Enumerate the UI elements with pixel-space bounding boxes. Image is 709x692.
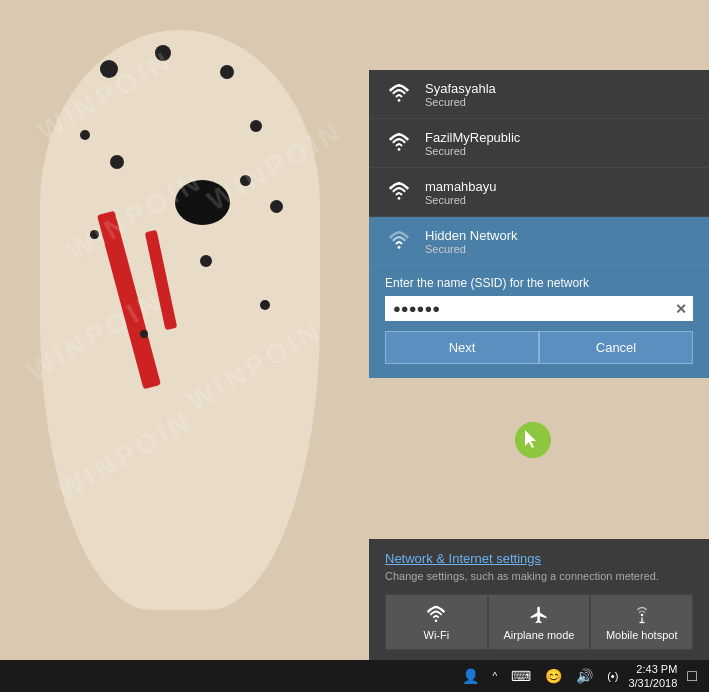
network-info-3: mamahbayu Secured (425, 179, 497, 206)
dot (110, 155, 124, 169)
clock[interactable]: 2:43 PM 3/31/2018 (628, 662, 677, 691)
dot (260, 300, 270, 310)
network-item-mamahbayu[interactable]: mamahbayu Secured (369, 168, 709, 217)
wifi-quick-button[interactable]: Wi-Fi (385, 594, 488, 650)
mask-body (40, 30, 320, 610)
emoji-icon[interactable]: 😊 (541, 666, 566, 686)
taskbar-right: 👤 ^ ⌨ 😊 🔊 (•) 2:43 PM 3/31/2018 □ (458, 662, 702, 691)
wifi-icon-2 (385, 129, 413, 157)
tray-expand-icon[interactable]: ^ (489, 669, 502, 684)
network-name-4: Hidden Network (425, 228, 518, 243)
clear-icon[interactable]: ✕ (675, 301, 687, 317)
quick-icons: Wi-Fi Airplane mode Mobile hotspot (385, 594, 693, 650)
network-settings-link[interactable]: Network & Internet settings (385, 551, 693, 566)
network-item-syafasyahla[interactable]: Syafasyahla Secured (369, 70, 709, 119)
svg-point-1 (398, 148, 401, 151)
ssid-buttons: Next Cancel (385, 331, 693, 364)
dot (90, 230, 99, 239)
hotspot-quick-button[interactable]: Mobile hotspot (590, 594, 693, 650)
svg-point-0 (398, 99, 401, 102)
next-button[interactable]: Next (385, 331, 539, 364)
wifi-quick-icon (426, 605, 446, 625)
keyboard-icon[interactable]: ⌨ (507, 666, 535, 686)
dot (270, 200, 283, 213)
svg-point-4 (435, 620, 438, 623)
svg-point-2 (398, 197, 401, 200)
hotspot-icon (632, 605, 652, 625)
dot (220, 65, 234, 79)
dot (140, 330, 148, 338)
people-icon[interactable]: 👤 (458, 666, 483, 686)
dot (155, 45, 171, 61)
network-status-4: Secured (425, 243, 518, 255)
network-info-4: Hidden Network Secured (425, 228, 518, 255)
airplane-icon (529, 605, 549, 625)
network-status-3: Secured (425, 194, 497, 206)
wifi-icon-1 (385, 80, 413, 108)
ssid-input-container: ✕ (385, 296, 693, 321)
cancel-button[interactable]: Cancel (539, 331, 693, 364)
network-name-3: mamahbayu (425, 179, 497, 194)
airplane-quick-button[interactable]: Airplane mode (488, 594, 591, 650)
network-item-fazil[interactable]: FazilMyRepublic Secured (369, 119, 709, 168)
network-taskbar-icon[interactable]: (•) (603, 668, 622, 684)
network-info-1: Syafasyahla Secured (425, 81, 496, 108)
time-display: 2:43 PM (636, 662, 677, 676)
network-item-hidden[interactable]: Hidden Network Secured (369, 217, 709, 266)
network-status-1: Secured (425, 96, 496, 108)
wifi-icon-3 (385, 178, 413, 206)
network-name-2: FazilMyRepublic (425, 130, 520, 145)
ssid-input[interactable] (385, 296, 693, 321)
network-info-2: FazilMyRepublic Secured (425, 130, 520, 157)
network-settings-desc: Change settings, such as making a connec… (385, 570, 693, 582)
taskbar: 👤 ^ ⌨ 😊 🔊 (•) 2:43 PM 3/31/2018 □ (0, 660, 709, 692)
wifi-quick-label: Wi-Fi (424, 629, 450, 641)
network-panel: Syafasyahla Secured FazilMyRepublic Secu… (369, 70, 709, 378)
eye-hole (175, 180, 230, 225)
dot (240, 175, 251, 186)
ssid-label: Enter the name (SSID) for the network (385, 276, 693, 290)
network-name-1: Syafasyahla (425, 81, 496, 96)
notification-icon[interactable]: □ (683, 665, 701, 687)
svg-point-3 (398, 246, 401, 249)
hotspot-quick-label: Mobile hotspot (606, 629, 678, 641)
ssid-section: Enter the name (SSID) for the network ✕ … (369, 266, 709, 378)
dot (200, 255, 212, 267)
airplane-quick-label: Airplane mode (504, 629, 575, 641)
volume-icon[interactable]: 🔊 (572, 666, 597, 686)
dot (80, 130, 90, 140)
dot (250, 120, 262, 132)
bottom-area: Network & Internet settings Change setti… (369, 539, 709, 660)
dot (100, 60, 118, 78)
date-display: 3/31/2018 (628, 676, 677, 690)
network-status-2: Secured (425, 145, 520, 157)
wifi-icon-4 (385, 227, 413, 255)
